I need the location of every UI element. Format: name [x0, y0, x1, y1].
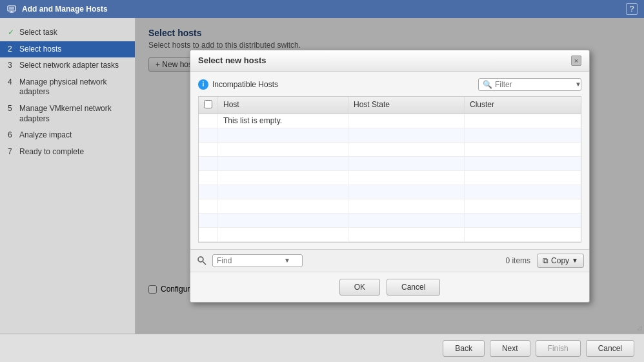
help-button[interactable]: ? — [626, 3, 638, 15]
modal-actions: OK Cancel — [190, 272, 589, 302]
host-column-header: Host — [218, 97, 348, 114]
empty-state-cell — [348, 114, 465, 128]
modal-footer-bar: ▼ 0 items ⧉ Copy ▼ — [190, 249, 589, 272]
table-row — [199, 214, 581, 228]
svg-line-5 — [203, 261, 206, 265]
filter-box[interactable]: 🔍 ▼ — [478, 78, 581, 91]
sidebar-item-analyze-impact[interactable]: 6 Analyze impact — [0, 127, 135, 144]
find-input[interactable] — [217, 256, 281, 265]
empty-cell-cb — [199, 114, 218, 128]
info-icon: i — [198, 79, 208, 90]
step5-num: 5 — [8, 104, 17, 114]
modal-body: i Incompatible Hosts 🔍 ▼ — [190, 72, 589, 249]
copy-button[interactable]: ⧉ Copy ▼ — [537, 254, 584, 268]
table-row — [199, 171, 581, 185]
svg-point-4 — [198, 257, 203, 262]
copy-dropdown-arrow[interactable]: ▼ — [572, 257, 578, 264]
items-count: 0 items — [505, 256, 530, 265]
sidebar-item-select-hosts[interactable]: 2 Select hosts — [0, 41, 135, 58]
footer-left: ▼ — [196, 254, 303, 267]
table-row — [199, 199, 581, 214]
next-button[interactable]: Next — [490, 340, 530, 357]
bottom-cancel-button[interactable]: Cancel — [586, 340, 634, 357]
step3-label: Select network adapter tasks — [19, 61, 119, 71]
table-header: Host Host State Cluster — [199, 97, 581, 114]
content-area: ✓ Select task 2 Select hosts 3 Select ne… — [0, 18, 644, 334]
host-state-column-header: Host State — [348, 97, 465, 114]
step7-num: 7 — [8, 147, 17, 157]
title-bar-left: Add and Manage Hosts — [6, 4, 108, 14]
sidebar-item-network-adapter-tasks[interactable]: 3 Select network adapter tasks — [0, 57, 135, 74]
sidebar-item-vmkernel-adapters[interactable]: 5 Manage VMkernel network adapters — [0, 101, 135, 127]
step2-num: 2 — [8, 45, 17, 55]
table-row — [199, 228, 581, 242]
step3-num: 3 — [8, 61, 17, 71]
copy-label: Copy — [551, 256, 569, 265]
step7-label: Ready to complete — [19, 147, 84, 157]
footer-right: 0 items ⧉ Copy ▼ — [505, 254, 584, 268]
main-panel: Select hosts Select hosts to add to this… — [136, 18, 644, 334]
step4-num: 4 — [8, 77, 17, 88]
back-button[interactable]: Back — [443, 340, 485, 357]
table-body: This list is empty. — [199, 114, 581, 242]
filter-dropdown-arrow[interactable]: ▼ — [575, 81, 581, 88]
step5-label: Manage VMkernel network adapters — [19, 104, 127, 124]
step2-label: Select hosts — [19, 45, 61, 55]
sidebar-item-select-task[interactable]: ✓ Select task — [0, 25, 135, 41]
ok-button[interactable]: OK — [339, 279, 380, 296]
step1-check: ✓ — [8, 28, 17, 38]
svg-rect-1 — [9, 7, 14, 10]
sidebar: ✓ Select task 2 Select hosts 3 Select ne… — [0, 18, 136, 334]
find-icon — [196, 254, 208, 267]
table-row — [199, 185, 581, 199]
table-row — [199, 128, 581, 143]
cluster-column-header: Cluster — [465, 97, 581, 114]
find-box[interactable]: ▼ — [212, 254, 303, 267]
empty-row-1: This list is empty. — [199, 114, 581, 128]
incompatible-hosts-label: Incompatible Hosts — [212, 80, 278, 89]
finish-button[interactable]: Finish — [536, 340, 581, 357]
select-new-hosts-dialog: Select new hosts × i Incompatible Hosts — [190, 50, 590, 303]
empty-message-cell: This list is empty. — [218, 114, 348, 128]
sidebar-item-physical-adapters[interactable]: 4 Manage physical network adapters — [0, 74, 135, 101]
hosts-table: Host Host State Cluster This list is emp… — [198, 96, 581, 243]
step4-label: Manage physical network adapters — [19, 77, 127, 97]
window-title: Add and Manage Hosts — [22, 5, 108, 14]
modal-overlay: Select new hosts × i Incompatible Hosts — [136, 18, 644, 334]
resize-handle[interactable]: ⊿ — [636, 323, 643, 332]
step6-num: 6 — [8, 130, 17, 141]
filter-input[interactable] — [495, 80, 572, 89]
step1-label: Select task — [19, 28, 57, 38]
cancel-button[interactable]: Cancel — [387, 279, 440, 296]
filter-search-icon: 🔍 — [483, 80, 492, 89]
empty-cluster-cell — [465, 114, 581, 128]
select-all-checkbox[interactable] — [204, 100, 212, 108]
table-row — [199, 157, 581, 171]
step6-label: Analyze impact — [19, 130, 72, 141]
main-window: Add and Manage Hosts ? ✓ Select task 2 S… — [0, 0, 644, 362]
info-bar-left: i Incompatible Hosts — [198, 79, 278, 90]
title-bar: Add and Manage Hosts ? — [0, 0, 644, 18]
find-dropdown-arrow[interactable]: ▼ — [284, 257, 290, 264]
sidebar-item-ready-to-complete[interactable]: 7 Ready to complete — [0, 144, 135, 161]
modal-title: Select new hosts — [198, 55, 266, 65]
host-icon — [6, 4, 17, 14]
copy-icon: ⧉ — [543, 256, 548, 265]
empty-message: This list is empty. — [223, 116, 282, 125]
checkbox-column-header — [199, 97, 218, 114]
info-bar: i Incompatible Hosts 🔍 ▼ — [198, 78, 581, 91]
modal-header: Select new hosts × — [190, 50, 589, 72]
bottom-bar: Back Next Finish Cancel — [0, 334, 644, 362]
modal-close-button[interactable]: × — [571, 55, 581, 66]
table-row — [199, 143, 581, 157]
